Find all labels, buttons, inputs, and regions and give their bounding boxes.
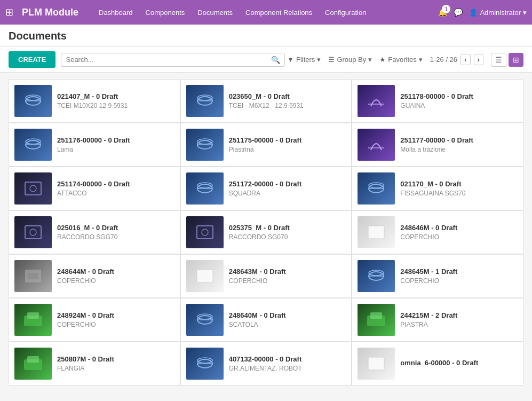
item-info: 251178-00000 - 0 Draft GUAINA (400, 92, 518, 109)
grid-item-244215M[interactable]: 244215M - 2 Draft PIASTRA (352, 298, 523, 342)
item-info: 251177-00000 - 0 Draft Molla a trazione (400, 136, 518, 153)
filters-dropdown-icon: ▾ (317, 56, 321, 64)
grid-item-251172-00000[interactable]: 251172-00000 - 0 Draft SQUADRA (180, 167, 352, 210)
item-subtitle: Molla a trazione (400, 146, 518, 153)
item-info: 244215M - 2 Draft PIASTRA (400, 311, 518, 328)
svg-rect-22 (197, 226, 213, 239)
pager-text: 1-26 / 26 (430, 56, 457, 64)
svg-rect-12 (25, 182, 41, 195)
chat-icon[interactable]: 💬 (454, 8, 463, 17)
svg-point-13 (30, 185, 36, 192)
grid-item-omnia_6-00000[interactable]: omnia_6-00000 - 0 Draft (352, 342, 523, 386)
grid-item-248643M[interactable]: 248643M - 0 Draft COPERCHIO (180, 254, 352, 298)
notification-badge: 1 (442, 5, 450, 13)
grid-item-248646M[interactable]: 248646M - 0 Draft COPERCHIO (352, 210, 523, 254)
grid-item-248924M[interactable]: 248924M - 0 Draft COPERCHIO (9, 298, 180, 342)
nav-component-relations[interactable]: Component Relations (244, 6, 313, 19)
thumbnail (358, 172, 395, 205)
grid-item-025375_M[interactable]: 025375_M - 0 Draft RACCORDO SG070 (180, 210, 352, 254)
notifications-icon[interactable]: 🔔 1 (438, 8, 447, 17)
item-subtitle: COPERCHIO (57, 321, 174, 328)
grid-item-251178-00000[interactable]: 251178-00000 - 0 Draft GUAINA (352, 79, 523, 123)
item-title: 251175-00000 - 0 Draft (229, 136, 346, 144)
grid-item-251177-00000[interactable]: 251177-00000 - 0 Draft Molla a trazione (352, 123, 523, 167)
item-subtitle: FISSAGUAINA SGS70 (400, 190, 518, 197)
grid-item-251176-00000[interactable]: 251176-00000 - 0 Draft Lama (9, 123, 180, 167)
item-title: 248640M - 0 Draft (229, 311, 346, 319)
svg-rect-32 (27, 312, 39, 319)
item-info: omnia_6-00000 - 0 Draft (400, 359, 518, 368)
grid-item-248645M[interactable]: 248645M - 1 Draft COPERCHIO (352, 254, 523, 298)
thumbnail (358, 129, 395, 161)
pager-prev-button[interactable]: ‹ (460, 54, 470, 65)
item-title: omnia_6-00000 - 0 Draft (400, 359, 518, 367)
view-toggle: ☰ ⊞ (491, 53, 523, 67)
thumbnail (358, 304, 395, 336)
thumbnail (186, 129, 224, 161)
app-grid-icon[interactable]: ⊞ (5, 6, 13, 18)
item-info: 025016_M - 0 Draft RACCORDO SGG70 (57, 224, 174, 241)
thumbnail (186, 304, 224, 336)
grid-item-248644M[interactable]: 248644M - 0 Draft COPERCHIO (9, 254, 180, 298)
item-subtitle: ATTACCO (57, 190, 174, 197)
svg-rect-43 (368, 357, 384, 370)
item-info: 250807M - 0 Draft FLANGIA (57, 355, 174, 372)
grid-item-021407_M[interactable]: 021407_M - 0 Draft TCEI M10X20 12.9 5931 (9, 79, 180, 123)
favorites-button[interactable]: ★ Favorites ▾ (379, 56, 422, 64)
item-subtitle: SCATOLA (229, 321, 346, 328)
pager-next-button[interactable]: › (474, 54, 483, 65)
grid-item-250807M[interactable]: 250807M - 0 Draft FLANGIA (9, 342, 180, 386)
item-title: 248643M - 0 Draft (229, 268, 346, 276)
item-subtitle: Piastrina (229, 146, 346, 153)
thumbnail (14, 304, 52, 336)
grid-item-021170_M[interactable]: 021170_M - 0 Draft FISSAGUAINA SGS70 (352, 167, 523, 210)
list-view-button[interactable]: ☰ (491, 53, 506, 67)
item-info: 248644M - 0 Draft COPERCHIO (57, 268, 174, 285)
nav-dashboard[interactable]: Dashboard (98, 6, 134, 19)
grid-item-248640M[interactable]: 248640M - 0 Draft SCATOLA (180, 298, 352, 342)
grid-view-button[interactable]: ⊞ (509, 53, 523, 67)
item-info: 248643M - 0 Draft COPERCHIO (229, 268, 346, 285)
filters-button[interactable]: ▼ Filters ▾ (287, 56, 321, 64)
nav-configuration[interactable]: Configuration (324, 6, 367, 19)
nav-documents[interactable]: Documents (196, 6, 234, 19)
groupby-dropdown-icon: ▾ (368, 56, 372, 64)
thumbnail (186, 216, 224, 248)
thumbnail (14, 216, 52, 248)
grid-item-023650_M[interactable]: 023650_M - 0 Draft TCEI - M6X12 - 12.9 5… (180, 79, 352, 123)
svg-point-23 (202, 229, 208, 235)
search-input[interactable] (66, 56, 271, 64)
create-button[interactable]: CREATE (9, 51, 55, 68)
user-menu[interactable]: 👤 Administrator ▾ (469, 9, 527, 17)
filter-actions: ▼ Filters ▾ ☰ Group By ▾ ★ Favorites ▾ 1… (287, 53, 523, 67)
item-title: 244215M - 2 Draft (400, 311, 518, 319)
thumbnail (14, 172, 52, 205)
item-subtitle: COPERCHIO (400, 277, 518, 285)
svg-rect-26 (28, 273, 38, 279)
item-info: 021407_M - 0 Draft TCEI M10X20 12.9 5931 (57, 92, 174, 109)
toolbar: CREATE 🔍 ▼ Filters ▾ ☰ Group By ▾ ★ Favo… (0, 47, 532, 73)
grid-item-407132-00000[interactable]: 407132-00000 - 0 Draft GR.ALIMENTAZ. ROB… (180, 342, 352, 386)
user-avatar-icon: 👤 (469, 9, 478, 17)
groupby-button[interactable]: ☰ Group By ▾ (328, 56, 372, 64)
item-subtitle: FLANGIA (57, 365, 174, 372)
item-info: 021170_M - 0 Draft FISSAGUAINA SGS70 (400, 180, 518, 197)
svg-rect-24 (368, 226, 384, 239)
user-dropdown-icon: ▾ (523, 9, 527, 17)
grid-item-025016_M[interactable]: 025016_M - 0 Draft RACCORDO SGG70 (9, 210, 180, 254)
svg-rect-39 (27, 356, 39, 363)
thumbnail (186, 260, 224, 292)
item-title: 251172-00000 - 0 Draft (229, 180, 346, 188)
thumbnail (358, 348, 395, 380)
app-title: PLM Module (22, 7, 78, 18)
item-title: 251178-00000 - 0 Draft (400, 92, 518, 100)
nav-components[interactable]: Components (145, 6, 186, 19)
grid-item-251175-00000[interactable]: 251175-00000 - 0 Draft Piastrina (180, 123, 352, 167)
item-title: 025375_M - 0 Draft (229, 224, 346, 232)
grid-item-251174-00000[interactable]: 251174-00000 - 0 Draft ATTACCO (9, 167, 180, 210)
item-info: 248924M - 0 Draft COPERCHIO (57, 311, 174, 328)
item-info: 407132-00000 - 0 Draft GR.ALIMENTAZ. ROB… (229, 355, 346, 372)
search-icon: 🔍 (271, 56, 280, 64)
item-info: 025375_M - 0 Draft RACCORDO SG070 (229, 224, 346, 241)
item-subtitle: RACCORDO SGG70 (57, 233, 174, 241)
